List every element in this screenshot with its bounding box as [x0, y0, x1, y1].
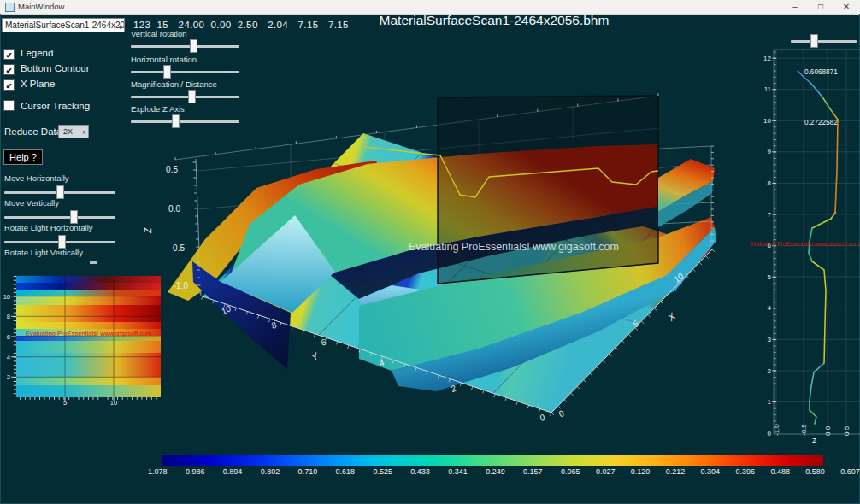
y-tick-label: 0: [538, 413, 546, 424]
color-scale-bar: [162, 455, 823, 466]
profile-y-tick: 11: [764, 85, 772, 93]
rotate-light-vertically-slider[interactable]: [90, 261, 97, 264]
minimap-y-tick: 2: [7, 373, 10, 381]
bottom-contour-checkbox[interactable]: ✔Bottom Contour: [3, 60, 90, 75]
minimap-y-tick: 6: [7, 333, 10, 341]
profile-y-tick: 5: [768, 273, 772, 281]
rotate-light-vertically-label: Rotate Light Vertically: [4, 248, 83, 257]
profile-y-tick: 10: [763, 117, 771, 125]
move-vertically-slider[interactable]: [4, 210, 115, 224]
file-selector-dropdown[interactable]: MaterialSurfaceScan1-2464x2056.bhm ▾: [2, 18, 125, 32]
vertical-rotation-label: Vertical rotation: [131, 29, 186, 38]
cursor-value-annotation: 0.6068871: [804, 68, 838, 76]
y-tick-label: 6: [319, 337, 327, 349]
rotate-light-horizontally-slider[interactable]: [4, 235, 115, 249]
profile-y-tick: 4: [768, 304, 772, 312]
profile-y-tick: 12: [763, 55, 771, 62]
contour-minimap: 10 8 6 4 2 5 10 Evaluating ProEssentials…: [0, 269, 171, 406]
color-scale-labels: -1.078-0.986 -0.894-0.802 -0.710-0.618 -…: [145, 467, 860, 476]
move-vertically-label: Move Vertically: [4, 198, 59, 208]
check-icon: ✔: [6, 82, 13, 91]
z-tick-label: -0.5: [170, 243, 186, 253]
reduce-data-dropdown[interactable]: 2X ▾: [58, 125, 89, 138]
minimap-y-tick: 8: [7, 313, 10, 320]
check-icon: ✔: [6, 67, 13, 75]
profile-y-tick: 7: [768, 211, 772, 219]
window-title: MainWindow: [18, 2, 64, 11]
z-tick-label: 0.0: [168, 204, 180, 214]
file-selector-value: MaterialSurfaceScan1-2464x2056.bhm: [5, 21, 125, 30]
checkbox-box: ✔: [3, 79, 15, 91]
checkbox-box: [3, 100, 15, 111]
x-cutting-plane: [438, 96, 658, 284]
z-tick-label: 0.5: [166, 165, 178, 174]
reduce-data-label: Reduce Data: [4, 126, 62, 137]
check-icon: ✔: [6, 51, 13, 60]
x-axis-label: X: [665, 311, 678, 324]
maximize-button[interactable]: □: [809, 0, 833, 14]
profile-annotations: 0.6068871 0.2722582: [804, 68, 838, 126]
x-plane-checkbox[interactable]: ✔X Plane: [3, 75, 55, 91]
profile-x-tick: -1.0: [773, 424, 780, 436]
profile-x-tick: -0.5: [800, 424, 808, 436]
z-axis-label: Z: [144, 227, 153, 234]
profile-x-axis-label: Z: [812, 437, 816, 445]
minimap-y-tick: 4: [7, 354, 10, 361]
minimap-y-tick: 10: [3, 293, 10, 301]
profile-y-tick: 9: [768, 148, 772, 155]
app-icon: [5, 3, 15, 12]
close-button[interactable]: ✕: [834, 0, 858, 14]
watermark-minimap: Evaluating ProEssentials! www.gigasoft.c…: [26, 330, 152, 337]
move-horizontally-slider[interactable]: [4, 185, 115, 199]
profile-x-tick: 0.5: [843, 425, 851, 436]
cursor-value-annotation: 0.2722582: [804, 119, 838, 126]
surface-plot-3d[interactable]: 0.5 0.0 -0.5 -1.0 Z 10 8 6 4 2 0 Y 0 5 1…: [128, 51, 765, 453]
minimize-button[interactable]: –: [783, 0, 807, 14]
checkbox-box: ✔: [3, 49, 15, 60]
watermark-right: Evaluating ProEssentials! www.gigasoft.c…: [750, 241, 860, 247]
watermark-surface: Evaluating ProEssentials! www.gigasoft.c…: [409, 241, 619, 253]
cursor-tracking-checkbox[interactable]: Cursor Tracking: [3, 97, 90, 113]
move-horizontally-label: Move Horizontally: [4, 173, 69, 183]
checkbox-box: ✔: [3, 64, 15, 75]
profile-y-tick: 3: [768, 336, 772, 343]
legend-checkbox[interactable]: ✔Legend: [3, 44, 53, 60]
z-tick-label: -1.0: [174, 281, 189, 290]
profile-x-tick: 0.0: [824, 425, 832, 436]
profile-y-tick: 2: [768, 367, 772, 375]
axis-minor-ticks: [772, 52, 776, 427]
profile-y-tick: 1: [768, 398, 772, 406]
chevron-down-icon: ▾: [82, 126, 85, 138]
rotate-light-horizontally-label: Rotate Light Horizontally: [4, 223, 93, 232]
profile-y-tick: 8: [768, 179, 772, 187]
x-tick-label: 0: [557, 408, 567, 419]
main-window: MainWindow – □ ✕ MaterialSurfaceScan1-24…: [0, 0, 860, 504]
y-axis-label: Y: [309, 350, 321, 362]
page-title: MaterialSurfaceScan1-2464x2056.bhm: [128, 13, 860, 28]
help-button[interactable]: Help ?: [3, 149, 43, 165]
chevron-down-icon: ▾: [119, 21, 122, 32]
profile-y-tick: 0: [768, 430, 772, 437]
